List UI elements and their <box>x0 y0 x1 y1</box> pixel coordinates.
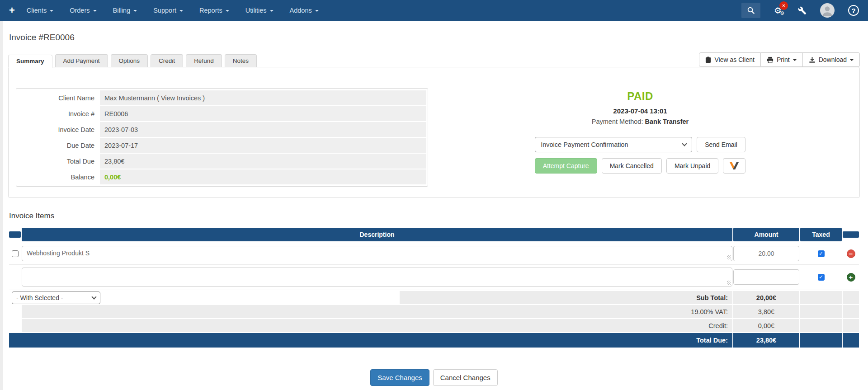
invoice-number-value: RE0006 <box>100 106 426 121</box>
table-row: Total Due 23,80€ <box>18 154 426 169</box>
total-due-label: Total Due: <box>9 333 732 348</box>
mark-unpaid-button[interactable]: Mark Unpaid <box>666 158 718 174</box>
nav-orders[interactable]: Orders <box>70 7 96 14</box>
credit-row: Credit: 0,00€ <box>9 319 859 332</box>
table-row: Balance 0,00€ <box>18 169 426 184</box>
table-row: Client Name Max Mustermann ( View Invoic… <box>18 90 426 105</box>
items-header-row: Description Amount Taxed <box>9 228 859 241</box>
nav-support[interactable]: Support <box>153 7 183 14</box>
summary-panel: Client Name Max Mustermann ( View Invoic… <box>8 67 860 198</box>
tab-options[interactable]: Options <box>111 54 148 67</box>
download-icon <box>809 56 816 63</box>
remove-item-icon[interactable]: − <box>847 249 855 258</box>
credit-value: 0,00€ <box>733 319 799 332</box>
clipboard-icon <box>705 56 711 63</box>
email-template-select[interactable]: Invoice Payment Confirmation <box>535 137 692 152</box>
tab-notes[interactable]: Notes <box>225 54 257 67</box>
cancel-changes-button[interactable]: Cancel Changes <box>433 369 498 386</box>
chevron-down-icon <box>133 10 137 12</box>
printer-icon <box>767 56 774 63</box>
total-due-row: Total Due: 23,80€ <box>9 333 859 348</box>
invoice-tabs: Summary Add Payment Options Credit Refun… <box>8 54 257 67</box>
subtotal-label: Sub Total: <box>400 291 732 304</box>
item-row: Webhosting Produkt S ✓ − <box>9 243 859 265</box>
client-name-value[interactable]: Max Mustermann ( View Invoices ) <box>100 90 426 105</box>
chevron-down-icon <box>91 294 96 299</box>
subtotal-value: 20,00€ <box>733 291 799 304</box>
balance-value: 0,00€ <box>100 169 426 184</box>
top-navbar: + Clients Orders Billing Support Reports… <box>0 0 868 21</box>
page-title: Invoice #RE0006 <box>8 21 860 52</box>
action-column-header <box>843 231 859 238</box>
wrench-icon[interactable] <box>798 6 807 15</box>
invoice-date-value: 2023-07-03 <box>100 122 426 137</box>
save-changes-button[interactable]: Save Changes <box>370 369 429 386</box>
add-item-icon[interactable]: + <box>847 273 855 282</box>
help-icon[interactable]: ? <box>848 5 859 16</box>
with-selected-select[interactable]: - With Selected - <box>12 291 100 304</box>
print-button[interactable]: Print <box>761 52 803 67</box>
notification-badge: × <box>779 1 788 10</box>
vat-label: 19.00% VAT: <box>22 305 732 318</box>
chevron-down-icon <box>93 10 97 12</box>
new-item-description-input[interactable] <box>22 268 732 287</box>
chevron-down-icon <box>270 10 274 12</box>
search-icon[interactable] <box>741 3 760 18</box>
total-due-amount: 23,80€ <box>733 333 799 348</box>
payment-date: 2023-07-04 13:01 <box>428 107 852 115</box>
download-button[interactable]: Download <box>803 52 860 67</box>
chevron-down-icon <box>179 10 183 12</box>
mark-cancelled-button[interactable]: Mark Cancelled <box>602 158 662 174</box>
status-badge: PAID <box>428 90 852 103</box>
item-select-checkbox[interactable] <box>12 250 19 257</box>
automation-status-icon[interactable]: ⚙ ⚙ × <box>774 6 782 15</box>
resize-handle-icon[interactable] <box>727 255 731 259</box>
credit-label: Credit: <box>22 319 732 332</box>
tab-summary[interactable]: Summary <box>8 55 52 68</box>
send-email-button[interactable]: Send Email <box>697 137 745 152</box>
total-due-value: 23,80€ <box>100 154 426 169</box>
chevron-down-icon <box>50 10 53 12</box>
quick-add-icon[interactable]: + <box>9 5 15 16</box>
payment-method: Payment Method: Bank Transfer <box>428 118 852 125</box>
item-taxed-checkbox[interactable]: ✓ <box>818 250 825 257</box>
chevron-down-icon <box>682 141 687 146</box>
subtotal-row: - With Selected - Sub Total: 20,00€ <box>9 291 859 304</box>
item-description-input[interactable]: Webhosting Produkt S <box>22 246 732 261</box>
gateway-action-button[interactable] <box>723 158 745 174</box>
vat-value: 3,80€ <box>733 305 799 318</box>
invoice-items-table: Description Amount Taxed Webhosting Prod… <box>9 228 859 348</box>
nav-clients[interactable]: Clients <box>27 7 53 14</box>
resize-handle-icon[interactable] <box>727 281 731 285</box>
chevron-down-icon <box>793 59 797 61</box>
due-date-value: 2023-07-17 <box>100 138 426 153</box>
main-menu: Clients Orders Billing Support Reports U… <box>27 7 319 14</box>
table-row: Invoice # RE0006 <box>18 106 426 121</box>
user-avatar[interactable] <box>820 3 835 18</box>
payment-status-block: PAID 2023-07-04 13:01 Payment Method: Ba… <box>428 88 852 188</box>
nav-reports[interactable]: Reports <box>199 7 229 14</box>
attempt-capture-button[interactable]: Attempt Capture <box>535 158 597 174</box>
description-column-header: Description <box>22 228 732 241</box>
chevron-down-icon <box>850 59 854 61</box>
taxed-column-header: Taxed <box>800 228 842 241</box>
chevron-down-icon <box>226 10 229 12</box>
tab-refund[interactable]: Refund <box>186 54 222 67</box>
new-item-taxed-checkbox[interactable]: ✓ <box>818 274 825 281</box>
nav-billing[interactable]: Billing <box>113 7 137 14</box>
tab-credit[interactable]: Credit <box>151 54 183 67</box>
invoice-toolbar: View as Client Print Download <box>699 52 860 67</box>
invoice-summary-table: Client Name Max Mustermann ( View Invoic… <box>16 88 428 187</box>
new-item-amount-input[interactable] <box>733 269 799 285</box>
amount-column-header: Amount <box>733 228 799 241</box>
invoice-items-heading: Invoice Items <box>9 211 860 221</box>
vat-row: 19.00% VAT: 3,80€ <box>9 305 859 318</box>
gateway-x-icon <box>729 161 740 171</box>
table-row: Invoice Date 2023-07-03 <box>18 122 426 137</box>
view-as-client-button[interactable]: View as Client <box>699 52 760 67</box>
tab-add-payment[interactable]: Add Payment <box>55 54 108 67</box>
nav-addons[interactable]: Addons <box>290 7 319 14</box>
item-amount-input[interactable] <box>733 246 799 261</box>
new-item-row: ✓ + <box>9 265 859 290</box>
nav-utilities[interactable]: Utilities <box>245 7 274 14</box>
